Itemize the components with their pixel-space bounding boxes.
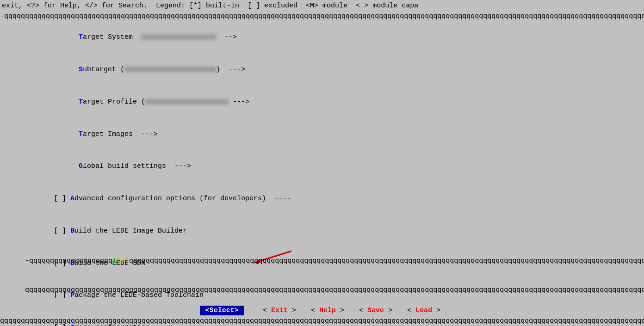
legend-line: exit, <?> for Help, </> for Search. Lege… bbox=[0, 0, 644, 12]
save-button[interactable]: < Save > bbox=[355, 306, 396, 315]
menu-item-global-build[interactable]: Global build settings ---> bbox=[0, 150, 644, 183]
highlight-G: G bbox=[79, 162, 83, 170]
highlight-T3: T bbox=[79, 130, 83, 138]
select-button[interactable]: <Select> bbox=[200, 306, 244, 315]
highlight-T: T bbox=[79, 33, 83, 41]
terminal: exit, <?> for Help, </> for Search. Lege… bbox=[0, 0, 644, 326]
bottom-nav-bar: <Select> < Exit > < Help > < Save > < bbox=[0, 305, 644, 316]
highlight-T2: T bbox=[79, 98, 83, 106]
bottom-plus-line: -qqqqqqqqqqqqqqqqqqqq⊥(+)qqqqqqqqqqqqqqq… bbox=[0, 246, 644, 276]
menu-item-subtarget[interactable]: Subtarget (xxxxxxxxxxxxxxxxxxxxxx) ---> bbox=[0, 54, 644, 86]
menu-item-build-image-builder[interactable]: [ ] Build the LEDE Image Builder bbox=[0, 215, 644, 247]
help-button[interactable]: < Help > bbox=[307, 306, 348, 315]
menu-item-target-system[interactable]: Target System xxxxxxxxxxxxxxxxxx --> bbox=[0, 21, 644, 54]
blurred-value-3: xxxxxxxxxxxxxxxxxxxx bbox=[145, 98, 229, 106]
load-button[interactable]: < Load > bbox=[403, 306, 444, 315]
blurred-value-1: xxxxxxxxxxxxxxxxxx bbox=[141, 33, 216, 41]
top-separator: -qqqqqqqqqqqqqqqqqqqqqqqqqqqqqqqqqqqqqqq… bbox=[0, 12, 644, 21]
bottom-final-separator: qqqqqqqqqqqqqqqqqqqqqqqqqqqqqqqqqqqqqqqq… bbox=[0, 316, 644, 326]
plus-yellow-symbol: (+) bbox=[117, 257, 129, 265]
highlight-B1: B bbox=[70, 227, 74, 235]
bottom-bar: -qqqqqqqqqqqqqqqqqqqq⊥(+)qqqqqqqqqqqqqqq… bbox=[0, 246, 644, 326]
highlight-S1: S bbox=[79, 66, 83, 74]
highlight-A: A bbox=[70, 195, 74, 203]
blurred-value-2: xxxxxxxxxxxxxxxxxxxxxx bbox=[124, 66, 216, 74]
exit-button[interactable]: < Exit > bbox=[259, 306, 300, 315]
menu-item-target-images[interactable]: Target Images ---> bbox=[0, 118, 644, 150]
plus-green-symbol: ⊥ bbox=[112, 257, 117, 265]
menu-item-target-profile[interactable]: Target Profile (xxxxxxxxxxxxxxxxxxxx ---… bbox=[0, 86, 644, 118]
menu-item-advanced-config[interactable]: [ ] Advanced configuration options (for … bbox=[0, 183, 644, 215]
bottom-fill-line: qqqqqqqqqqqqqqqqqqqqqqqqqqqqqqqqqqqqqqqq… bbox=[0, 276, 644, 305]
